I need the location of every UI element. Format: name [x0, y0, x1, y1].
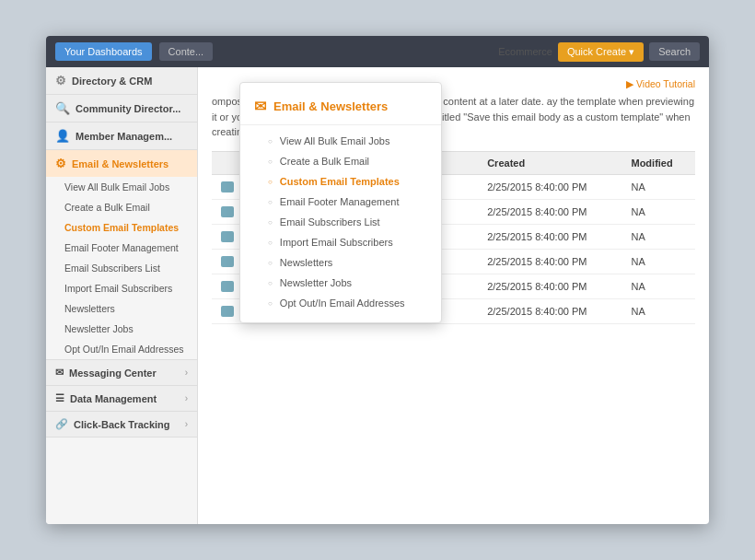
clickback-label-container: 🔗 Click-Back Tracking — [55, 418, 170, 430]
sidebar-item-newsletters[interactable]: Newsletters — [46, 298, 197, 319]
edit-icon[interactable] — [221, 206, 234, 217]
row-created: 2/25/2015 8:40:00 PM — [478, 224, 621, 249]
dropdown-item-newsletters[interactable]: Newsletters — [240, 252, 441, 273]
email-icon: ⚙ — [55, 157, 66, 170]
row-created: 2/25/2015 8:40:00 PM — [478, 174, 621, 199]
row-modified: NA — [621, 199, 695, 224]
messaging-label-container: ✉ Messaging Center — [55, 367, 157, 379]
search-button[interactable]: Search — [649, 42, 700, 61]
sidebar-section-clickback[interactable]: 🔗 Click-Back Tracking › — [46, 412, 197, 438]
sidebar-item-subscribers-list[interactable]: Email Subscribers List — [46, 258, 197, 278]
sidebar-section-header-directory[interactable]: ⚙ Directory & CRM — [46, 67, 197, 94]
edit-icon[interactable] — [221, 181, 234, 192]
data-label: Data Management — [70, 393, 157, 404]
chevron-right-icon: › — [185, 368, 188, 378]
row-modified: NA — [621, 224, 695, 249]
sidebar-item-newsletter-jobs[interactable]: Newsletter Jobs — [46, 319, 197, 339]
dropdown-item-footer-mgmt[interactable]: Email Footer Management — [240, 192, 441, 212]
sidebar-item-view-bulk[interactable]: View All Bulk Email Jobs — [46, 177, 197, 197]
row-created: 2/25/2015 8:40:00 PM — [478, 298, 621, 323]
sidebar-item-create-bulk[interactable]: Create a Bulk Email — [46, 197, 197, 217]
email-dropdown-menu: ✉ Email & Newsletters View All Bulk Emai… — [239, 82, 442, 323]
sidebar-item-import-subscribers[interactable]: Import Email Subscribers — [46, 278, 197, 298]
sidebar-item-email-footer[interactable]: Email Footer Management — [46, 238, 197, 258]
top-nav-right: Ecommerce Quick Create ▾ Search — [498, 42, 700, 62]
top-nav-left: Your Dashboards Conte... — [55, 42, 213, 61]
sidebar-section-data[interactable]: ☰ Data Management › — [46, 386, 197, 412]
user-icon: 👤 — [55, 129, 70, 143]
sidebar: ⚙ Directory & CRM 🔍 Community Director..… — [46, 67, 198, 524]
member-label: Member Managem... — [76, 131, 172, 142]
row-created: 2/25/2015 8:40:00 PM — [478, 199, 621, 224]
sidebar-section-email: ⚙ Email & Newsletters View All Bulk Emai… — [46, 150, 197, 360]
col-modified: Modified — [621, 151, 695, 174]
quick-create-button[interactable]: Quick Create ▾ — [558, 42, 644, 62]
row-modified: NA — [621, 298, 695, 323]
dropdown-item-newsletter-jobs[interactable]: Newsletter Jobs — [240, 273, 441, 293]
your-dashboards-button[interactable]: Your Dashboards — [55, 42, 152, 61]
sidebar-item-custom-templates[interactable]: Custom Email Templates — [46, 217, 197, 238]
sidebar-section-header-community[interactable]: 🔍 Community Director... — [46, 95, 197, 122]
row-modified: NA — [621, 249, 695, 274]
conte-button[interactable]: Conte... — [159, 42, 214, 61]
clickback-icon: 🔗 — [55, 418, 68, 430]
sidebar-section-member: 👤 Member Managem... — [46, 122, 197, 150]
ecommerce-label: Ecommerce — [498, 46, 552, 57]
dropdown-item-view-all-bulk[interactable]: View All Bulk Email Jobs — [240, 131, 441, 151]
data-label-container: ☰ Data Management — [55, 392, 157, 404]
clickback-label: Click-Back Tracking — [74, 419, 170, 430]
row-modified: NA — [621, 174, 695, 199]
directory-label: Directory & CRM — [72, 76, 152, 87]
row-modified: NA — [621, 274, 695, 298]
dropdown-title: Email & Newsletters — [273, 99, 388, 113]
edit-icon[interactable] — [221, 306, 234, 317]
dropdown-item-subscribers-list[interactable]: Email Subscribers List — [240, 212, 441, 232]
sidebar-item-opt-out[interactable]: Opt Out/In Email Addresses — [46, 339, 197, 359]
chevron-right-icon-2: › — [185, 393, 188, 403]
edit-icon[interactable] — [221, 256, 234, 267]
sidebar-section-header-member[interactable]: 👤 Member Managem... — [46, 122, 197, 149]
edit-icon[interactable] — [221, 231, 234, 242]
gear-icon: ⚙ — [55, 74, 66, 88]
dropdown-header: ✉ Email & Newsletters — [240, 92, 441, 125]
sidebar-section-messaging[interactable]: ✉ Messaging Center › — [46, 360, 197, 386]
top-nav: Your Dashboards Conte... Ecommerce Quick… — [46, 36, 709, 67]
dropdown-item-import-subs[interactable]: Import Email Subscribers — [240, 232, 441, 252]
sidebar-section-header-email[interactable]: ⚙ Email & Newsletters — [46, 150, 197, 177]
dropdown-mail-icon: ✉ — [254, 98, 266, 115]
dropdown-item-custom-templates[interactable]: Custom Email Templates — [240, 171, 441, 192]
row-created: 2/25/2015 8:40:00 PM — [478, 274, 621, 298]
sidebar-section-directory: ⚙ Directory & CRM — [46, 67, 197, 95]
sidebar-section-community: 🔍 Community Director... — [46, 95, 197, 122]
video-tutorial-link[interactable]: ▶ Video Tutorial — [626, 78, 695, 89]
community-label: Community Director... — [76, 103, 180, 114]
dropdown-item-opt-out[interactable]: Opt Out/In Email Addresses — [240, 293, 441, 313]
edit-icon[interactable] — [221, 281, 234, 292]
data-icon: ☰ — [55, 392, 64, 404]
chevron-right-icon-3: › — [185, 419, 188, 429]
col-created: Created — [478, 151, 621, 174]
browser-window: Your Dashboards Conte... Ecommerce Quick… — [46, 36, 709, 524]
email-section-label: Email & Newsletters — [72, 158, 168, 169]
search-icon: 🔍 — [55, 101, 70, 115]
messaging-icon: ✉ — [55, 367, 64, 379]
dropdown-item-create-bulk[interactable]: Create a Bulk Email — [240, 151, 441, 171]
messaging-label: Messaging Center — [69, 368, 157, 379]
row-created: 2/25/2015 8:40:00 PM — [478, 249, 621, 274]
